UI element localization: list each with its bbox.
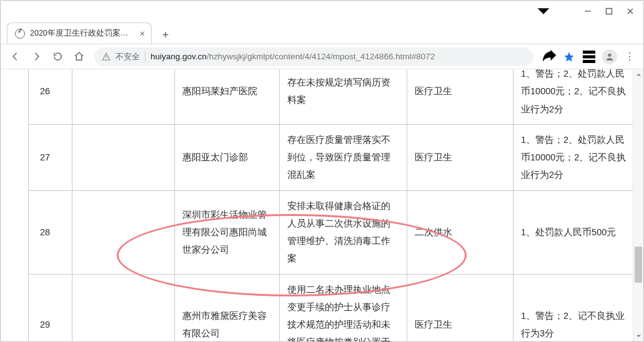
url-host: huiyang.gov.cn	[151, 52, 207, 61]
cell-case: 存在医疗质量管理落实不到位，导致医疗质量管理混乱案	[280, 124, 407, 190]
toolbar-right: ⋮	[540, 47, 638, 66]
cell-party: 深圳市彩生活物业管理有限公司惠阳尚城世家分公司	[175, 190, 280, 274]
cell-case: 存在未按规定填写病历资料案	[280, 69, 407, 124]
table-row: 26惠阳玛莱妇产医院存在未按规定填写病历资料案医疗卫生1、警告；2、处罚款人民币…	[29, 69, 633, 124]
svg-rect-3	[583, 60, 595, 63]
forward-button[interactable]	[27, 47, 46, 66]
table-row: 27惠阳亚太门诊部存在医疗质量管理落实不到位，导致医疗质量管理混乱案医疗卫生1、…	[29, 124, 633, 190]
share-button[interactable]	[540, 47, 558, 66]
vertical-scrollbar[interactable]	[633, 69, 643, 341]
cell-case: 安排未取得健康合格证的人员从事二次供水设施的管理维护、清洗消毒工作案	[280, 190, 407, 274]
cell-party: 惠阳亚太门诊部	[175, 124, 280, 190]
cell-no: 29	[29, 274, 72, 341]
scrollbar-thumb[interactable]	[635, 247, 642, 283]
window-titlebar	[1, 1, 643, 22]
scroll-up-arrow[interactable]	[633, 69, 643, 80]
cell-domain: 医疗卫生	[407, 69, 513, 124]
profile-avatar[interactable]	[602, 49, 617, 64]
cell-no: 26	[29, 69, 72, 124]
scroll-down-arrow[interactable]	[633, 331, 643, 341]
svg-rect-1	[583, 51, 595, 54]
window-close-button[interactable]	[620, 2, 641, 20]
tab-strip: 2020年度卫生行政处罚案件信息 × +	[1, 22, 643, 44]
cell-penalty: 1、警告；2、处罚款人民币10000元；2、记不良执业行为2分	[513, 124, 633, 190]
cell-penalty: 1、警告；2、处罚款人民币10000元；2、记不良执业行为2分	[513, 69, 633, 124]
penalty-table: 26惠阳玛莱妇产医院存在未按规定填写病历资料案医疗卫生1、警告；2、处罚款人民币…	[28, 69, 633, 341]
cell-blank	[72, 190, 175, 274]
cell-no: 28	[29, 190, 72, 274]
table-row: 29惠州市雅黛医疗美容有限公司使用二名未办理执业地点变更手续的护士从事诊疗技术规…	[29, 274, 633, 341]
cell-domain: 医疗卫生	[407, 274, 513, 341]
cell-domain: 医疗卫生	[407, 124, 513, 190]
cell-case: 使用二名未办理执业地点变更手续的护士从事诊疗技术规范的护理活动和未将医疗废物按类…	[280, 274, 407, 341]
cell-penalty: 1、警告；2、记不良执业行为3分	[513, 274, 633, 341]
new-tab-button[interactable]: +	[157, 26, 174, 44]
svg-point-4	[608, 53, 611, 56]
home-button[interactable]	[69, 47, 88, 66]
window-minimize-button[interactable]	[577, 2, 598, 20]
svg-rect-2	[583, 55, 595, 58]
address-bar[interactable]: 不安全 huiyang.gov.cn/hzhywsjkj/gkmlpt/cont…	[94, 47, 533, 66]
globe-icon	[15, 29, 25, 39]
cell-blank	[72, 274, 175, 341]
page-viewport: 26惠阳玛莱妇产医院存在未按规定填写病历资料案医疗卫生1、警告；2、处罚款人民币…	[1, 69, 643, 341]
cell-blank	[72, 69, 175, 124]
reload-button[interactable]	[48, 47, 67, 66]
window-maximize-button[interactable]	[598, 2, 620, 20]
cell-blank	[72, 124, 175, 190]
page-content: 26惠阳玛莱妇产医院存在未按规定填写病历资料案医疗卫生1、警告；2、处罚款人民币…	[1, 69, 633, 341]
cell-domain: 二次供水	[407, 190, 513, 274]
bookmark-star-button[interactable]	[560, 47, 578, 66]
cell-penalty: 1、处罚款人民币500元	[513, 190, 633, 274]
browser-toolbar: 不安全 huiyang.gov.cn/hzhywsjkj/gkmlpt/cont…	[1, 44, 643, 69]
insecure-icon	[102, 52, 111, 61]
window-dropdown-icon[interactable]	[535, 2, 552, 20]
cell-party: 惠阳玛莱妇产医院	[175, 69, 280, 124]
tab-title: 2020年度卫生行政处罚案件信息	[30, 28, 134, 39]
table-row: 28深圳市彩生活物业管理有限公司惠阳尚城世家分公司安排未取得健康合格证的人员从事…	[29, 190, 633, 274]
svg-rect-0	[607, 9, 612, 14]
cell-party: 惠州市雅黛医疗美容有限公司	[175, 274, 280, 341]
reading-list-button[interactable]	[580, 47, 598, 66]
cell-no: 27	[29, 124, 72, 190]
browser-window: 2020年度卫生行政处罚案件信息 × + 不安全 huiyang.gov.cn/…	[0, 0, 644, 342]
back-button[interactable]	[6, 47, 24, 66]
menu-button[interactable]: ⋮	[621, 51, 638, 62]
address-url: huiyang.gov.cn/hzhywsjkj/gkmlpt/content/…	[151, 52, 435, 61]
insecure-label: 不安全	[116, 51, 140, 62]
browser-tab[interactable]: 2020年度卫生行政处罚案件信息 ×	[7, 22, 152, 44]
tab-close-button[interactable]: ×	[140, 29, 145, 38]
url-path: /hzhywsjkj/gkmlpt/content/4/4124/mpost_4…	[207, 52, 435, 61]
address-separator	[145, 52, 146, 62]
